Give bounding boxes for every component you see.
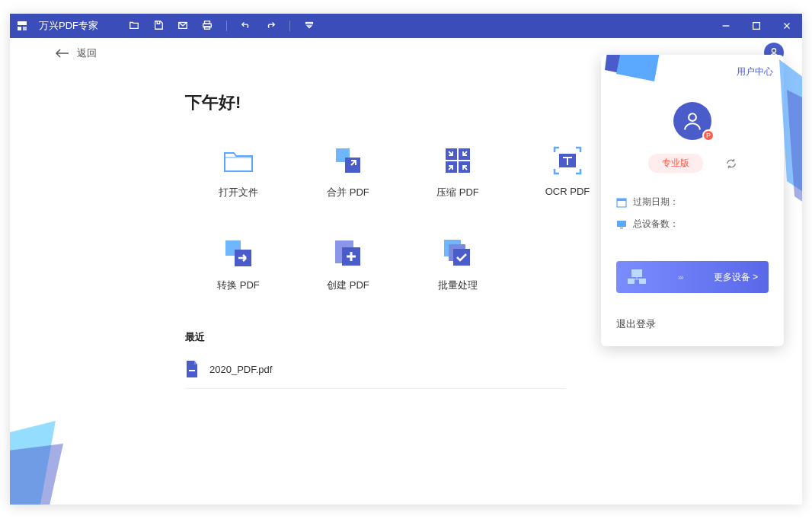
tile-convert-pdf[interactable]: 转换 PDF xyxy=(185,237,292,292)
svg-point-13 xyxy=(772,49,775,53)
open-icon[interactable] xyxy=(129,20,139,33)
devices-label: 总设备数： xyxy=(633,218,679,231)
merge-icon xyxy=(332,145,364,177)
panel-avatar: P xyxy=(673,102,711,140)
expire-row: 过期日期： xyxy=(616,196,769,209)
tile-label: 合并 PDF xyxy=(327,186,369,199)
calendar-icon xyxy=(616,197,627,208)
folder-icon xyxy=(222,145,254,177)
mail-icon[interactable] xyxy=(177,20,188,33)
user-panel: 用户中心 P 专业版 过期日期： 总设备数： › › › 更多设备 > xyxy=(601,55,784,346)
decorative-sheets-icon xyxy=(601,55,670,97)
tile-label: 批量处理 xyxy=(438,279,478,292)
pdf-file-icon xyxy=(185,361,199,377)
undo-icon[interactable] xyxy=(241,20,251,33)
ocr-icon xyxy=(551,145,583,177)
svg-rect-2 xyxy=(23,27,27,30)
svg-rect-6 xyxy=(205,26,210,29)
compress-icon xyxy=(442,145,474,177)
recent-file-item[interactable]: 2020_PDF.pdf xyxy=(185,361,566,389)
tile-open-file[interactable]: 打开文件 xyxy=(185,145,292,199)
convert-icon xyxy=(222,237,254,269)
corner-decoration-tr xyxy=(772,59,802,212)
app-logo-icon xyxy=(10,14,34,38)
minimize-button[interactable] xyxy=(711,14,741,38)
print-icon[interactable] xyxy=(202,20,213,33)
svg-rect-1 xyxy=(18,27,21,30)
file-name: 2020_PDF.pdf xyxy=(209,364,272,375)
svg-marker-30 xyxy=(616,55,662,81)
separator xyxy=(289,21,290,31)
more-devices-button[interactable]: › › › 更多设备 > xyxy=(616,261,769,293)
dropdown-icon[interactable] xyxy=(304,20,315,33)
svg-point-31 xyxy=(689,113,696,121)
chevrons-icon: › › › xyxy=(678,273,683,282)
pro-badge-icon: P xyxy=(702,129,714,142)
pro-version-badge: 专业版 xyxy=(648,154,703,173)
logout-button[interactable]: 退出登录 xyxy=(601,307,784,346)
tile-batch[interactable]: 批量处理 xyxy=(404,237,511,292)
svg-rect-33 xyxy=(617,199,626,201)
back-button[interactable]: 返回 xyxy=(56,46,97,60)
tile-merge-pdf[interactable]: 合并 PDF xyxy=(295,145,401,199)
tile-label: 压缩 PDF xyxy=(436,186,479,199)
user-icon xyxy=(683,111,702,131)
svg-rect-9 xyxy=(753,23,760,30)
tile-create-pdf[interactable]: 创建 PDF xyxy=(295,237,401,292)
arrow-left-icon xyxy=(56,49,69,58)
tile-compress-pdf[interactable]: 压缩 PDF xyxy=(404,145,511,199)
redo-icon[interactable] xyxy=(265,20,276,33)
devices-row: 总设备数： xyxy=(616,218,769,231)
close-button[interactable] xyxy=(772,14,802,38)
monitor-icon xyxy=(616,219,627,230)
svg-rect-0 xyxy=(18,21,27,25)
titlebar-toolbar xyxy=(129,20,315,33)
batch-icon xyxy=(442,237,474,269)
svg-rect-28 xyxy=(189,370,195,371)
separator xyxy=(226,21,227,31)
tile-label: 创建 PDF xyxy=(327,279,369,292)
svg-marker-42 xyxy=(10,444,63,505)
expire-label: 过期日期： xyxy=(633,196,679,209)
refresh-icon[interactable] xyxy=(726,158,737,169)
user-center-link[interactable]: 用户中心 xyxy=(737,65,773,78)
svg-rect-34 xyxy=(617,221,626,227)
create-icon xyxy=(332,237,364,269)
tile-label: 转换 PDF xyxy=(217,279,260,292)
app-title: 万兴PDF专家 xyxy=(39,19,98,33)
devices-icon xyxy=(627,269,647,285)
titlebar: 万兴PDF专家 xyxy=(10,14,802,38)
maximize-button[interactable] xyxy=(741,14,772,38)
save-icon[interactable] xyxy=(153,20,164,33)
svg-rect-27 xyxy=(453,249,470,266)
svg-rect-35 xyxy=(620,228,623,229)
svg-rect-7 xyxy=(306,22,313,24)
svg-rect-36 xyxy=(631,269,642,277)
tile-label: OCR PDF xyxy=(545,186,590,197)
back-label: 返回 xyxy=(77,46,97,60)
tile-label: 打开文件 xyxy=(219,186,258,199)
corner-decoration-bl xyxy=(10,406,94,505)
more-devices-label: 更多设备 > xyxy=(714,271,758,284)
